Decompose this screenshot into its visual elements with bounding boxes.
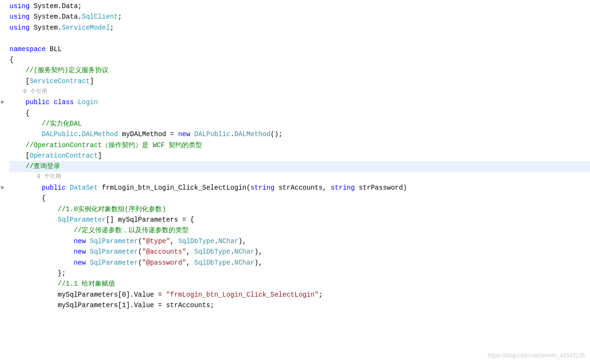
string-literal: "@accounts" <box>142 246 186 257</box>
line-23: new SqlParameter("@type", SqlDbType.NCha… <box>10 236 590 246</box>
code-text: . <box>78 129 82 139</box>
string-literal: "frmLogin_btn_Login_Click_SelectLogin" <box>166 289 319 300</box>
keyword: using <box>10 22 30 33</box>
line-6: { <box>10 54 590 65</box>
comment-text: //定义传递参数，以及传递参数的类型 <box>10 225 189 236</box>
keyword: public <box>26 97 50 107</box>
code-text: ] <box>98 150 102 161</box>
code-text: . <box>230 257 234 268</box>
code-text: strPassword) <box>355 182 407 193</box>
code-text: [ <box>10 76 30 86</box>
comment-text: //1.1 给对象赋值 <box>10 278 115 289</box>
code-text: System. <box>30 22 62 33</box>
type-ref: SqlDbType <box>178 236 215 246</box>
code-text: , <box>186 257 194 268</box>
line-14: //OperationContract（操作契约）是 WCF 契约的类型 <box>10 140 590 150</box>
code-content: using System.Data; using System.Data.Sql… <box>0 0 590 312</box>
code-text: . <box>230 246 234 257</box>
code-text <box>86 236 90 246</box>
code-text <box>66 182 70 193</box>
line-22: //定义传递参数，以及传递参数的类型 <box>10 225 590 236</box>
code-text <box>10 214 58 225</box>
code-text: ), <box>255 246 263 257</box>
keyword: new <box>74 236 86 246</box>
code-text: mySqlParameters[1].Value = strAccounts; <box>10 300 214 310</box>
comment-text: //(服务契约)定义服务协议 <box>10 65 108 75</box>
keyword: new <box>178 129 190 139</box>
line-27: //1.1 给对象赋值 <box>10 278 590 289</box>
line-7: //(服务契约)定义服务协议 <box>10 65 590 75</box>
line-11: { <box>10 108 590 118</box>
type-ref: SqlParameter <box>90 236 138 246</box>
code-editor: using System.Data; using System.Data.Sql… <box>0 0 590 364</box>
attr-name: OperationContract <box>30 150 98 161</box>
code-text <box>86 257 90 268</box>
keyword: namespace <box>10 44 46 54</box>
line-20: //1.0实例化对象数组(序列化参数) <box>10 204 590 214</box>
code-text <box>10 257 74 268</box>
type-ref: NChar <box>235 246 255 257</box>
type-ref: DALMethod <box>235 129 271 139</box>
type-ref: NChar <box>218 236 238 246</box>
code-text: { <box>10 108 30 118</box>
code-text <box>190 129 194 139</box>
ref-count: 0 个引用 <box>10 172 61 182</box>
line-28: mySqlParameters[0].Value = "frmLogin_btn… <box>10 289 590 300</box>
line-16: //查询登录 <box>10 161 590 171</box>
line-18: ▶ public DataSet frmLogin_btn_Login_Clic… <box>10 182 590 193</box>
code-text: System.Data. <box>30 11 82 22</box>
type-ref: DALMethod <box>82 129 118 139</box>
class-name: Login <box>78 97 98 107</box>
code-text: [] mySqlParameters = { <box>106 214 194 225</box>
gutter-marker: ▶ <box>1 97 5 107</box>
line-8: [ServiceContract] <box>10 76 590 86</box>
type-ref: SqlParameter <box>58 214 106 225</box>
line-29: mySqlParameters[1].Value = strAccounts; <box>10 300 590 310</box>
code-text <box>10 236 74 246</box>
code-text: ( <box>138 257 142 268</box>
code-text: ; <box>110 22 114 33</box>
keyword: public <box>42 182 65 193</box>
comment-text: //OperationContract（操作契约）是 WCF 契约的类型 <box>10 140 202 150</box>
watermark: https://blog.csdn.net/weixin_44543135 <box>488 351 585 360</box>
code-text: ), <box>238 236 247 246</box>
line-9: 0 个引用 <box>10 86 590 97</box>
code-text: . <box>215 236 218 246</box>
line-26: }; <box>10 268 590 278</box>
code-text: System.Data; <box>30 1 82 11</box>
line-10: ▶ public class Login <box>10 97 590 107</box>
code-text: ( <box>138 246 142 257</box>
code-text <box>10 182 42 193</box>
comment-text: //实力化DAL <box>10 118 82 129</box>
line-19: { <box>10 193 590 203</box>
code-text: ), <box>255 257 263 268</box>
code-text: { <box>10 54 13 65</box>
code-text <box>50 97 54 107</box>
line-24: new SqlParameter("@accounts", SqlDbType.… <box>10 246 590 257</box>
string-literal: "@type" <box>142 236 170 246</box>
code-text: }; <box>10 268 66 278</box>
code-text: mySqlParameters[0].Value = <box>10 289 166 300</box>
code-text: frmLogin_btn_Login_Click_SelectLogin( <box>98 182 250 193</box>
type-ref: SqlParameter <box>90 257 138 268</box>
code-text: ; <box>118 11 122 22</box>
keyword: new <box>74 246 86 257</box>
line-3: using System.ServiceModel; <box>10 22 590 33</box>
code-text: ] <box>90 76 94 86</box>
type-ref: NChar <box>235 257 255 268</box>
code-text: myDALMethod = <box>118 129 178 139</box>
code-text <box>86 246 90 257</box>
type-ref: ServiceModel <box>62 22 110 33</box>
line-17: 0 个引用 <box>10 172 590 182</box>
code-text: strAccounts, <box>275 182 331 193</box>
keyword: new <box>74 257 86 268</box>
code-text: { <box>10 193 46 203</box>
type-ref: DALPublic <box>194 129 231 139</box>
code-text: [ <box>10 150 30 161</box>
line-2: using System.Data.SqlClient; <box>10 11 590 22</box>
keyword: class <box>54 97 74 107</box>
type-ref: DALPublic <box>42 129 78 139</box>
line-21: SqlParameter[] mySqlParameters = { <box>10 214 590 225</box>
code-text <box>10 246 74 257</box>
ref-count: 0 个引用 <box>10 87 47 96</box>
